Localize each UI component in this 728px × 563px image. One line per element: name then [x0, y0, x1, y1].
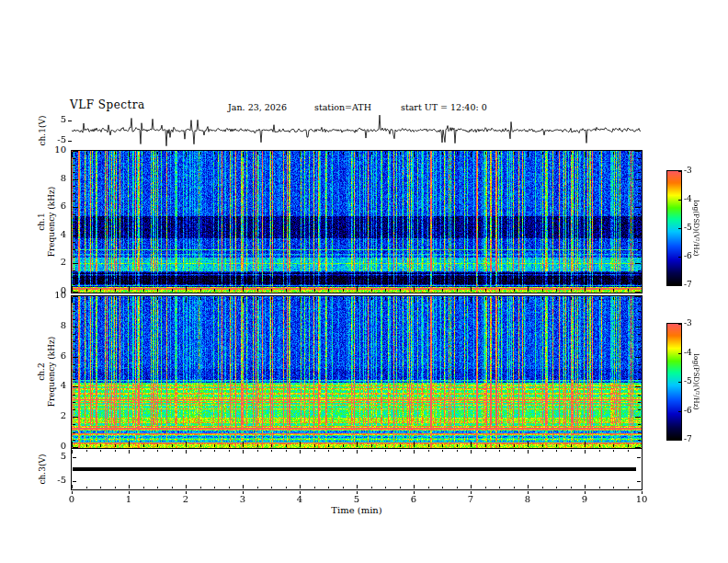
tick-mark	[73, 395, 75, 396]
tick-mark	[172, 487, 173, 488]
tick-mark	[229, 450, 230, 452]
tick-mark	[300, 485, 301, 488]
tick-mark	[73, 440, 75, 441]
tick-mark	[73, 278, 75, 279]
tick-mark	[385, 152, 386, 155]
tick-mark	[73, 236, 78, 236]
tick-mark	[528, 286, 529, 292]
tick-mark	[613, 297, 614, 300]
tick-mark	[73, 222, 75, 223]
tick-mark	[428, 289, 429, 292]
tick-mark	[257, 152, 258, 155]
tick-mark	[678, 324, 681, 325]
tick-mark	[243, 152, 244, 157]
tick-mark	[471, 450, 472, 454]
tick-mark	[678, 228, 681, 229]
tick-mark	[100, 450, 101, 452]
freq-tick-label: 0	[44, 441, 66, 451]
x-tick-label: 9	[575, 494, 594, 504]
tick-mark	[638, 402, 641, 403]
tick-mark	[485, 444, 486, 447]
tick-mark	[68, 121, 72, 121]
tick-mark	[678, 353, 681, 354]
tick-mark	[73, 311, 75, 312]
tick-mark	[143, 487, 144, 488]
tick-mark	[471, 152, 472, 157]
tick-mark	[73, 193, 75, 194]
tick-mark	[528, 152, 529, 157]
tick-mark	[428, 152, 429, 155]
tick-mark	[628, 289, 629, 292]
tick-mark	[357, 442, 358, 447]
tick-mark	[157, 289, 158, 292]
tick-mark	[499, 297, 500, 300]
tick-mark	[73, 481, 76, 482]
tick-mark	[73, 207, 78, 208]
tick-mark	[457, 297, 458, 300]
tick-mark	[678, 257, 681, 258]
tick-mark	[343, 444, 344, 447]
tick-mark	[100, 444, 101, 447]
tick-mark	[214, 450, 215, 452]
tick-mark	[357, 485, 358, 488]
tick-mark	[457, 289, 458, 292]
tick-mark	[442, 289, 443, 292]
tick-mark	[100, 487, 101, 488]
tick-mark	[638, 172, 641, 173]
tick-mark	[514, 450, 515, 452]
freq-tick-label: 10	[44, 290, 66, 300]
tick-mark	[73, 179, 78, 180]
tick-mark	[642, 297, 643, 303]
tick-mark	[599, 152, 600, 155]
tick-mark	[172, 289, 173, 292]
tick-mark	[485, 289, 486, 292]
tick-mark	[314, 289, 315, 292]
tick-mark	[628, 450, 629, 452]
tick-mark	[528, 297, 529, 303]
tick-mark	[585, 485, 586, 488]
tick-mark	[300, 297, 301, 303]
tick-mark	[613, 444, 614, 447]
tick-mark	[357, 450, 358, 454]
tick-mark	[257, 450, 258, 452]
tick-mark	[457, 152, 458, 155]
freq-tick-label: 6	[44, 201, 66, 211]
tick-mark	[628, 297, 629, 300]
tick-mark	[157, 487, 158, 488]
tick-mark	[514, 444, 515, 447]
tick-mark	[638, 440, 641, 441]
tick-mark	[186, 485, 187, 488]
tick-mark	[129, 297, 130, 303]
tick-mark	[514, 152, 515, 155]
tick-mark	[73, 334, 75, 335]
tick-mark	[638, 270, 641, 271]
ch1-voltage-waveform	[72, 114, 642, 147]
tick-mark	[638, 372, 641, 373]
tick-mark	[613, 152, 614, 155]
x-tick-label: 7	[461, 494, 480, 504]
tick-mark	[271, 289, 272, 292]
tick-mark	[428, 297, 429, 300]
x-tick-label: 3	[233, 494, 252, 504]
tick-mark	[499, 450, 500, 452]
tick-mark	[286, 289, 287, 292]
tick-mark	[642, 286, 643, 292]
tick-mark	[73, 364, 75, 365]
tick-mark	[638, 222, 641, 223]
tick-mark	[257, 289, 258, 292]
tick-mark	[328, 487, 329, 488]
ch1-axis-label-line2: Frequency (kHz)	[47, 187, 56, 258]
tick-mark	[585, 297, 586, 303]
ch1-frequency-axis-label: ch.1Frequency (kHz)	[37, 187, 57, 258]
tick-mark	[73, 158, 75, 159]
tick-mark	[73, 263, 78, 264]
tick-mark	[400, 297, 401, 300]
tick-mark	[442, 450, 443, 452]
tick-mark	[73, 402, 75, 403]
tick-mark	[129, 152, 130, 157]
tick-mark	[73, 327, 78, 327]
tick-mark	[314, 152, 315, 155]
tick-mark	[585, 286, 586, 292]
tick-mark	[129, 450, 130, 454]
tick-mark	[343, 487, 344, 488]
